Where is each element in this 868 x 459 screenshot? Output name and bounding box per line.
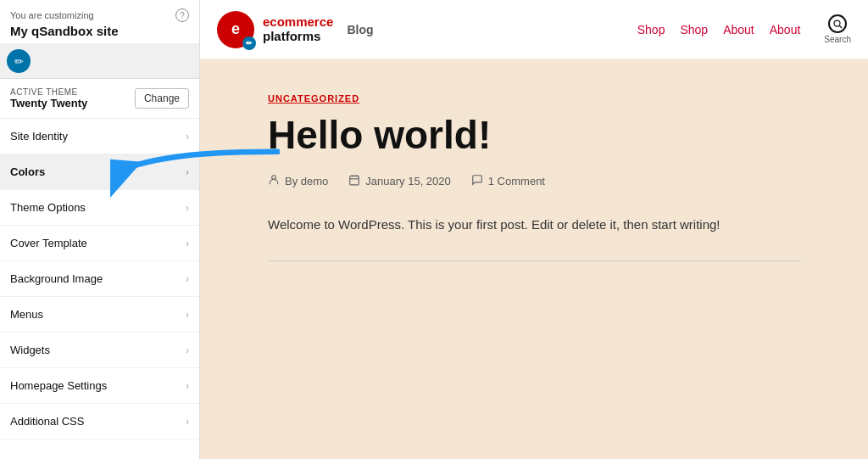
- brand-name: ecommerce: [263, 15, 333, 30]
- nav-shop-1[interactable]: Shop: [637, 23, 665, 36]
- change-theme-button[interactable]: Change: [135, 88, 189, 109]
- brand-line2: platforms: [263, 30, 333, 44]
- preview-area: e ✏ ecommerce platforms Blog Shop Shop A…: [200, 0, 868, 459]
- post-date-text: January 15, 2020: [365, 175, 450, 188]
- sidebar-header: You are customizing ? My qSandbox site: [0, 0, 199, 44]
- post-author: By demo: [268, 174, 328, 188]
- sidebar-item-theme-options[interactable]: Theme Options ›: [0, 190, 199, 226]
- theme-info: Active theme Twenty Twenty: [10, 87, 87, 109]
- help-icon[interactable]: ?: [175, 8, 189, 22]
- post-content: Welcome to WordPress. This is your first…: [268, 214, 776, 236]
- customizing-text: You are customizing: [10, 10, 94, 20]
- sidebar-item-widgets[interactable]: Widgets ›: [0, 333, 199, 368]
- chevron-right-icon: ›: [186, 273, 189, 285]
- calendar-icon: [348, 174, 360, 188]
- sidebar-item-cover-template[interactable]: Cover Template ›: [0, 226, 199, 261]
- post-date: January 15, 2020: [348, 174, 450, 188]
- search-icon: [828, 14, 847, 33]
- post-category: UNCATEGORIZED: [268, 93, 800, 104]
- chevron-right-icon: ›: [186, 344, 189, 356]
- author-icon: [268, 174, 280, 188]
- top-toolbar: ✏: [0, 44, 199, 79]
- chevron-right-icon: ›: [186, 202, 189, 214]
- site-header: e ✏ ecommerce platforms Blog Shop Shop A…: [200, 0, 868, 59]
- post-author-text: By demo: [285, 175, 328, 188]
- logo-text: ecommerce platforms: [263, 15, 333, 43]
- chevron-right-icon: ›: [186, 380, 189, 392]
- sidebar: You are customizing ? My qSandbox site ✏…: [0, 0, 200, 459]
- nav-shop-2[interactable]: Shop: [680, 23, 708, 36]
- chevron-right-icon: ›: [186, 166, 189, 178]
- svg-point-1: [834, 20, 840, 26]
- sidebar-item-label: Colors: [10, 165, 45, 178]
- chevron-right-icon: ›: [186, 416, 189, 428]
- hero-area: UNCATEGORIZED Hello world! By demo Janua…: [200, 59, 868, 459]
- post-divider: [268, 260, 800, 261]
- theme-section: Active theme Twenty Twenty Change: [0, 79, 199, 119]
- site-nav: Shop Shop About About Search: [637, 14, 851, 44]
- site-logo-area: e ✏ ecommerce platforms Blog: [217, 11, 374, 48]
- nav-about-1[interactable]: About: [723, 23, 754, 36]
- sidebar-item-additional-css[interactable]: Additional CSS ›: [0, 404, 199, 439]
- customizing-label-row: You are customizing ?: [10, 8, 189, 22]
- post-title: Hello world!: [268, 114, 800, 157]
- sidebar-item-label: Menus: [10, 308, 43, 321]
- post-meta: By demo January 15, 2020 1 Comment: [268, 174, 800, 188]
- sidebar-menu: Site Identity › Colors › Theme Options ›…: [0, 119, 199, 459]
- sidebar-item-label: Cover Template: [10, 237, 87, 249]
- sidebar-item-label: Site Identity: [10, 130, 68, 143]
- logo-letter: e: [231, 20, 240, 38]
- sidebar-item-label: Theme Options: [10, 201, 86, 214]
- blog-label: Blog: [347, 23, 373, 36]
- nav-about-2[interactable]: About: [770, 23, 801, 36]
- theme-label: Active theme: [10, 87, 87, 97]
- site-logo: e ✏: [217, 11, 254, 48]
- site-name: My qSandbox site: [10, 24, 189, 38]
- post-comments-text: 1 Comment: [488, 175, 545, 188]
- sidebar-item-colors[interactable]: Colors ›: [0, 154, 199, 190]
- sidebar-item-label: Background Image: [10, 272, 103, 285]
- sidebar-item-background-image[interactable]: Background Image ›: [0, 261, 199, 297]
- brand-line1: ecommerce: [263, 14, 333, 29]
- sidebar-item-site-identity[interactable]: Site Identity ›: [0, 119, 199, 154]
- sidebar-item-label: Widgets: [10, 344, 50, 356]
- sidebar-item-menus[interactable]: Menus ›: [0, 297, 199, 333]
- logo-edit-icon[interactable]: ✏: [242, 36, 256, 50]
- search-label: Search: [824, 35, 851, 44]
- sidebar-item-homepage-settings[interactable]: Homepage Settings ›: [0, 368, 199, 404]
- chevron-right-icon: ›: [186, 238, 189, 249]
- svg-line-2: [839, 25, 842, 28]
- chevron-right-icon: ›: [186, 309, 189, 321]
- post-comments: 1 Comment: [471, 174, 545, 188]
- sidebar-item-label: Homepage Settings: [10, 379, 107, 392]
- chevron-right-icon: ›: [186, 131, 189, 143]
- sidebar-item-label: Additional CSS: [10, 415, 84, 428]
- search-area[interactable]: Search: [824, 14, 851, 44]
- theme-name: Twenty Twenty: [10, 97, 87, 109]
- comment-icon: [471, 174, 483, 188]
- pencil-button[interactable]: ✏: [7, 49, 31, 73]
- svg-point-3: [272, 175, 276, 179]
- svg-rect-4: [350, 176, 359, 185]
